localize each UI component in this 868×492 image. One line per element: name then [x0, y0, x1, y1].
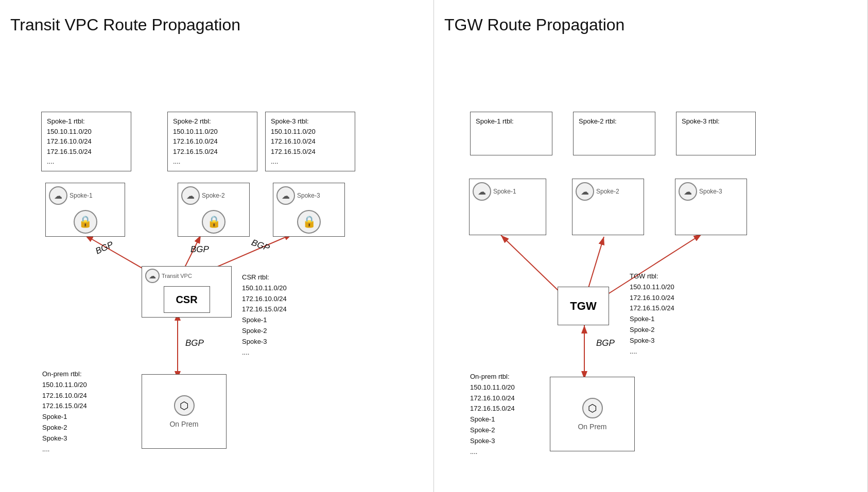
right-spoke2-label: Spoke-2 — [596, 188, 619, 195]
left-spoke3-cloud-icon: ☁ — [276, 186, 295, 205]
left-spoke1-route3: 172.16.15.0/24 — [47, 147, 126, 157]
right-onprem-rtbl: On-prem rtbl: 150.10.11.0/20 172.16.10.0… — [470, 372, 515, 457]
left-onprem-box: ⬡ On Prem — [142, 374, 227, 449]
left-spoke3-vpn-icon: 🔒 — [297, 210, 321, 234]
left-spoke1-label: Spoke-1 — [70, 192, 93, 199]
right-spoke2-cloud-icon: ☁ — [576, 182, 594, 201]
left-csr-node: CSR — [164, 286, 210, 313]
left-spoke2-rtbl-label: Spoke-2 rtbl: — [173, 116, 252, 127]
left-spoke2-rtbl: Spoke-2 rtbl: 150.10.11.0/20 172.16.10.0… — [167, 112, 257, 171]
left-spoke3-rtbl: Spoke-3 rtbl: 150.10.11.0/20 172.16.10.0… — [265, 112, 355, 171]
right-spoke3-label: Spoke-3 — [699, 188, 722, 195]
left-onprem-rtbl: On-prem rtbl: 150.10.11.0/20 172.16.10.0… — [42, 369, 87, 454]
left-spoke3-vpc: ☁ Spoke-3 🔒 — [273, 183, 345, 237]
right-spoke3-rtbl: Spoke-3 rtbl: — [676, 112, 756, 155]
left-spoke1-route1: 150.10.11.0/20 — [47, 127, 126, 137]
right-spoke3-vpc: ☁ Spoke-3 — [675, 179, 747, 235]
right-tgw-rtbl: TGW rtbl: 150.10.11.0/20 172.16.10.0/24 … — [630, 271, 674, 357]
left-spoke1-vpn-icon: 🔒 — [74, 210, 97, 234]
right-onprem-box: ⬡ On Prem — [550, 377, 635, 451]
left-spoke2-label: Spoke-2 — [202, 192, 225, 199]
left-spoke3-rtbl-label: Spoke-3 rtbl: — [271, 116, 350, 127]
right-spoke2-rtbl-label: Spoke-2 rtbl: — [579, 116, 650, 127]
left-diagram-area: Spoke-1 rtbl: 150.10.11.0/20 172.16.10.0… — [10, 50, 423, 492]
right-tgw-node: TGW — [558, 287, 609, 325]
right-spoke1-label: Spoke-1 — [493, 188, 516, 195]
left-spoke1-route2: 172.16.10.0/24 — [47, 136, 126, 147]
right-spoke1-cloud-icon: ☁ — [473, 182, 491, 201]
left-panel: Transit VPC Route Propagation Spoke- — [0, 0, 434, 492]
left-spoke1-cloud-icon: ☁ — [49, 186, 67, 205]
right-panel: TGW Route Propagation Spoke-1 rtbl: — [434, 0, 868, 492]
left-transit-vpc: ☁ Transit VPC CSR — [142, 266, 232, 318]
right-onprem-label: On Prem — [578, 423, 606, 431]
right-spoke1-rtbl: Spoke-1 rtbl: — [470, 112, 552, 155]
left-spoke2-vpn-icon: 🔒 — [202, 210, 225, 234]
left-bgp-spoke1: BGP — [94, 239, 115, 256]
right-spoke1-vpc: ☁ Spoke-1 — [469, 179, 546, 235]
right-router-icon: ⬡ — [582, 398, 603, 418]
left-panel-title: Transit VPC Route Propagation — [10, 15, 423, 34]
left-csr-label: CSR — [176, 294, 197, 306]
left-csr-rtbl: CSR rtbl: 150.10.11.0/20 172.16.10.0/24 … — [242, 272, 287, 358]
left-transit-cloud-icon: ☁ — [145, 269, 160, 283]
right-bgp-onprem: BGP — [596, 338, 615, 348]
left-bgp-spoke3: BGP — [250, 237, 271, 253]
left-spoke1-rtbl-label: Spoke-1 rtbl: — [47, 116, 126, 127]
left-router-icon: ⬡ — [174, 395, 195, 416]
left-spoke2-vpc: ☁ Spoke-2 🔒 — [178, 183, 250, 237]
left-spoke3-label: Spoke-3 — [297, 192, 320, 199]
right-spoke2-vpc: ☁ Spoke-2 — [572, 179, 644, 235]
left-spoke1-rtbl: Spoke-1 rtbl: 150.10.11.0/20 172.16.10.0… — [41, 112, 131, 171]
left-transit-vpc-label: Transit VPC — [162, 273, 192, 279]
right-spoke3-cloud-icon: ☁ — [679, 182, 697, 201]
left-spoke1-vpc: ☁ Spoke-1 🔒 — [45, 183, 125, 237]
right-spoke1-rtbl-label: Spoke-1 rtbl: — [476, 116, 547, 127]
left-spoke2-cloud-icon: ☁ — [181, 186, 200, 205]
right-spoke2-rtbl: Spoke-2 rtbl: — [573, 112, 655, 155]
left-bgp-spoke2: BGP — [190, 244, 209, 255]
right-diagram-area: Spoke-1 rtbl: Spoke-2 rtbl: Spoke-3 rtbl… — [444, 50, 857, 492]
left-onprem-label: On Prem — [169, 420, 198, 428]
right-spoke3-rtbl-label: Spoke-3 rtbl: — [682, 116, 750, 127]
right-panel-title: TGW Route Propagation — [444, 15, 857, 34]
left-bgp-onprem: BGP — [185, 338, 204, 348]
right-tgw-label: TGW — [570, 300, 596, 313]
